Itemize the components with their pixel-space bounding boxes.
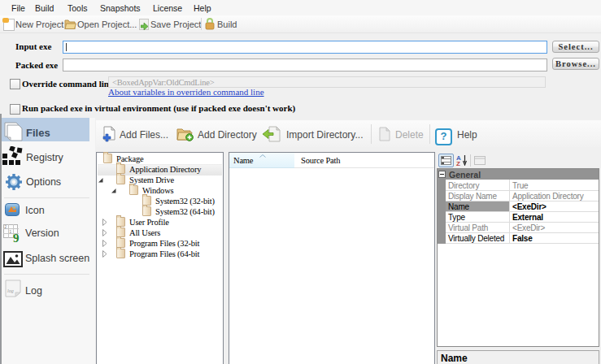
svg-text:log: log [7,288,14,293]
